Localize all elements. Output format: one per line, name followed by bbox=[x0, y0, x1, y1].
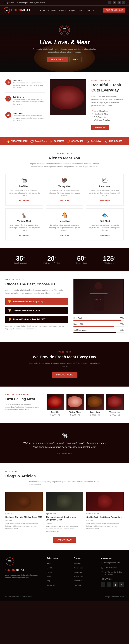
footer-address: 19 Nhurung St., Ho City, PO: 25358 bbox=[105, 571, 124, 576]
footer-link-contact[interactable]: Contact Us bbox=[46, 584, 55, 586]
footer-facebook-link[interactable]: f bbox=[101, 582, 105, 587]
about-features-list: Using Clean Tools High Quality Meat Safe… bbox=[92, 110, 124, 122]
products-grid: 🐄 Beef Meat Lorem ipsum dolor sit amet, … bbox=[6, 174, 124, 240]
turkey-more-link[interactable]: READ MORE bbox=[60, 200, 69, 202]
award-2019-text: The Best Meat Awards [ 2019 ] bbox=[13, 310, 42, 312]
nav-home[interactable]: Home bbox=[40, 9, 45, 12]
why-section-label: WHY CHOOSE US bbox=[6, 278, 68, 280]
more-button[interactable]: MORE bbox=[70, 57, 82, 62]
bs-venison-loin: Venison Loin $ 30.00 / Kg bbox=[106, 394, 124, 416]
testimonial-quote: "Nullam enim augue, venenatis nec nulla … bbox=[22, 441, 108, 449]
svg-text:MEAT: MEAT bbox=[63, 29, 66, 30]
quality-meat-fill bbox=[74, 320, 121, 321]
award-2017[interactable]: 🏆 Best Meat Shop Awards [ 2017 ] bbox=[6, 298, 68, 305]
horse-prod-icon: 🐴 bbox=[49, 212, 80, 218]
stat-awards: 125+ Win Awards bbox=[103, 255, 116, 264]
svg-text:MEAT: MEAT bbox=[8, 561, 12, 562]
venison-more-link[interactable]: READ MORE bbox=[19, 234, 29, 236]
quality-cleanliness-label: Tool Cleanliness 85% bbox=[74, 329, 124, 331]
blog-post-3-visual bbox=[98, 495, 112, 508]
footer-linkedin-link[interactable]: in bbox=[119, 582, 124, 587]
hero-buttons: VIEW PRODUCT MORE bbox=[32, 57, 97, 62]
award-2020-icon: 🏆 bbox=[8, 318, 12, 321]
nav-contact[interactable]: Contact Us bbox=[84, 9, 94, 12]
lamb-more-link[interactable]: READ MORE bbox=[100, 200, 110, 202]
quality-bar-cleanliness: Tool Cleanliness 85% bbox=[74, 329, 124, 333]
footer-twitter-link[interactable]: t bbox=[107, 582, 112, 587]
phone-icon: 📞 bbox=[101, 566, 104, 570]
stat-awards-label: Win Awards bbox=[103, 262, 116, 264]
footer-prod-venison[interactable]: Venison Meat bbox=[74, 576, 84, 578]
beef-prod-desc: Lorem ipsum dolor sit amet, consectetur … bbox=[8, 189, 40, 197]
svg-text:GOOD: GOOD bbox=[63, 28, 66, 29]
footer-prod-beef[interactable]: Beef Meat bbox=[74, 563, 81, 564]
fish-more-link[interactable]: READ MORE bbox=[100, 234, 110, 236]
about-section: 🥩 Beef Meat Ornare aenean euismod elemen… bbox=[0, 72, 129, 137]
quality-cleanliness-fill bbox=[74, 332, 116, 333]
footer-quick-links: Quick Links Home About Us Products Pages… bbox=[46, 557, 68, 588]
footer-google-link[interactable]: g bbox=[113, 582, 118, 587]
about-desc: Amet consectetur adipiscing elit pellent… bbox=[92, 95, 124, 107]
order-online-button[interactable]: ORDER ONLINE bbox=[103, 8, 126, 12]
why-us-section: WHY CHOOSE US Choose The Best, Choose Us… bbox=[0, 272, 129, 342]
hero-headline: Live. Love. & Meat bbox=[32, 39, 97, 46]
blog-post-1-img bbox=[6, 492, 43, 511]
footer-about-text: Amet consectetur adipiscing elit pellent… bbox=[6, 574, 41, 579]
nav-blog[interactable]: Blog bbox=[78, 9, 82, 12]
footer-prod-lamb[interactable]: Lamb Meat bbox=[74, 571, 82, 573]
bs-desc: Sit amet est placerat in egestas erat. S… bbox=[6, 403, 41, 412]
read-more-button[interactable]: READ MORE bbox=[92, 125, 109, 130]
linkedin-icon[interactable]: in bbox=[122, 1, 126, 4]
footer-prod-fish[interactable]: Fish Meat bbox=[74, 584, 81, 586]
fresh-desc: Donec enim diam vulputate ut pharetra si… bbox=[27, 362, 102, 368]
footer-link-products[interactable]: Products bbox=[46, 571, 53, 573]
footer-link-blog[interactable]: Blog bbox=[46, 580, 50, 582]
about-section-label: ABOUT GOODMEAT bbox=[92, 79, 124, 81]
footer-link-home[interactable]: Home bbox=[46, 563, 51, 564]
blog-post-1-title: Recipe of The Keto Chicken Curry 2018 bbox=[6, 516, 43, 518]
footer-link-about[interactable]: About Us bbox=[46, 567, 53, 569]
fresh-cta-section: FRESH MEAT We Provide Fresh Meat Every D… bbox=[0, 342, 129, 386]
bs-venison-visual bbox=[108, 396, 122, 407]
nav-pages[interactable]: Pages bbox=[69, 9, 75, 12]
best-selling-inner: BEST SELLER PRODUCT Best Selling Meat Si… bbox=[6, 394, 124, 416]
nav-products[interactable]: Products bbox=[58, 9, 66, 12]
discover-more-button[interactable]: DISCOVER MORE bbox=[52, 372, 77, 378]
facebook-icon[interactable]: f bbox=[108, 1, 112, 4]
join-blog-button[interactable]: JOIN OUR BLOG bbox=[53, 537, 76, 543]
view-product-button[interactable]: VIEW PRODUCT bbox=[47, 57, 68, 62]
products-section: OUR PRODUCT Nice to Meat You Aliquam mal… bbox=[0, 146, 129, 248]
stat-branch-label: Branch Shop bbox=[76, 262, 87, 264]
fresh-title: We Provide Fresh Meat Every Day bbox=[6, 355, 124, 359]
product-lamb: 🐑 Lamb Meat Lorem ipsum dolor sit amet, … bbox=[86, 174, 124, 206]
horse-more-link[interactable]: READ MORE bbox=[60, 234, 69, 236]
twitter-icon[interactable]: t bbox=[113, 1, 116, 4]
stat-awards-sup: + bbox=[114, 256, 116, 259]
award-2019-icon: 🏆 bbox=[8, 309, 12, 312]
googleplus-icon[interactable]: g bbox=[118, 1, 121, 4]
footer-prod-horse[interactable]: Horse Meat bbox=[74, 580, 82, 582]
beef-more-link[interactable]: READ MORE bbox=[19, 200, 29, 202]
butcher-image: Butcher bbox=[74, 278, 124, 314]
lamb-prod-title: Lamb Meat bbox=[89, 185, 120, 188]
testimonial-author: Kim Esmeralda bbox=[6, 452, 124, 454]
feature-1: Using Clean Tools bbox=[92, 110, 124, 112]
nav-about[interactable]: About Us bbox=[48, 9, 56, 12]
award-2019[interactable]: 🏆 The Best Meat Awards [ 2019 ] bbox=[6, 307, 68, 314]
footer-prod-turkey[interactable]: Turkey Meat bbox=[74, 567, 82, 569]
topbar-phone: +65 (56)-45n bbox=[4, 2, 14, 4]
award-2020[interactable]: 🏆 Famous Meat Shop Awards [ 2020 ] bbox=[6, 316, 68, 323]
stat-butcher-label: Professional Butcher bbox=[44, 262, 60, 264]
footer-link-pages[interactable]: Pages bbox=[46, 576, 51, 578]
bs-turkey-wings: Turkey Wings $ 15.00 / Kg bbox=[66, 394, 84, 416]
product-venison: 🦌 Venison Meat Lorem ipsum dolor sit ame… bbox=[6, 208, 43, 240]
feature-4: Worldwide Shipping bbox=[92, 119, 124, 122]
about-description: ABOUT GOODMEAT Beautiful, Fresh Cuts Eve… bbox=[92, 79, 124, 130]
beef-title: Beef Meat bbox=[13, 79, 45, 82]
blog-post-1-visual bbox=[17, 495, 31, 508]
hero-badge-icon: GOOD MEAT bbox=[60, 26, 69, 34]
brand-steakloser: 🔥 THE STEAKLOSER bbox=[7, 140, 28, 143]
turkey-icon: 🦃 bbox=[6, 96, 11, 102]
bs-venison-img bbox=[106, 394, 124, 410]
product-turkey: 🦃 Turkey Meat Lorem ipsum dolor sit amet… bbox=[46, 174, 83, 206]
